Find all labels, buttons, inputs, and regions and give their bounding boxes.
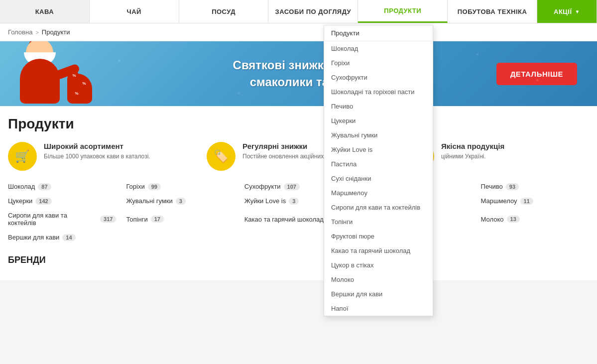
dropdown-header: Продукти (324, 25, 433, 41)
category-name: Топінги (126, 216, 147, 223)
category-name: Сухофрукти (244, 183, 281, 190)
category-count: 11 (520, 198, 533, 205)
assortment-title: Широкий асортимент (44, 142, 150, 150)
dropdown-item[interactable]: Шоколад (324, 41, 433, 56)
category-grid: Шоколад87Горіхи99Сухофрукти107ПастилаПеч… (8, 181, 589, 243)
category-name: Горіхи (126, 183, 144, 190)
nav-chay[interactable]: ЧАЙ (90, 0, 179, 23)
category-count: 317 (100, 216, 116, 223)
dropdown-item[interactable]: Печиво (324, 99, 433, 114)
category-item[interactable]: Сиропи для кави та коктейлів317 (8, 210, 116, 229)
bag-badge-3: % (72, 89, 81, 98)
category-count: 13 (507, 216, 520, 223)
feature-assortment: 🛒 Широкий асортимент Більше 1000 упаково… (8, 142, 192, 171)
category-name: Шоколад (8, 183, 35, 190)
category-name: Жуйки Love is (244, 197, 286, 205)
category-name: Какао та гарячий шоколад (244, 216, 324, 223)
santa-bag: % % % (67, 74, 92, 104)
dropdown-item[interactable]: Сухі сніданки (324, 171, 433, 186)
dropdown-item[interactable]: Горіхи (324, 56, 433, 70)
page-title: Продукти (8, 116, 589, 132)
category-name: Сиропи для кави та коктейлів (8, 212, 97, 227)
akcii-chevron-icon: ▼ (575, 9, 580, 14)
breadcrumb-current: Продукти (42, 28, 70, 36)
category-item[interactable]: Топінги17 (126, 210, 234, 229)
category-name: Печиво (481, 183, 503, 190)
brands-title: БРЕНДИ (8, 255, 589, 265)
dropdown-items-container: ШоколадГоріхиСухофруктиШоколадні та горі… (324, 41, 433, 280)
dropdown-item[interactable]: Цукерки (324, 114, 433, 128)
dropdown-item[interactable]: Пастила (324, 157, 433, 171)
nav-zasoby[interactable]: ЗАСОБИ ПО ДОГЛЯДУ (268, 0, 358, 23)
dropdown-item[interactable]: Топінги (324, 215, 433, 229)
quality-text: Якісна продукція ційними Україні. (441, 142, 504, 161)
category-name: Цукерки (8, 197, 32, 205)
category-count: 93 (506, 183, 519, 190)
category-count: 107 (284, 183, 300, 190)
dropdown-item[interactable]: Сухофрукти (324, 70, 433, 85)
category-item[interactable]: Печиво93 (481, 181, 589, 192)
dropdown-item[interactable]: Какао та гарячий шоколад (324, 243, 433, 258)
category-name: Вершки для кави (8, 234, 59, 241)
nav-pobytova[interactable]: ПОБУТОВА ТЕХНІКА (448, 0, 537, 23)
category-name: Маршмелоу (481, 197, 517, 205)
category-item[interactable]: Маршмелоу11 (481, 195, 589, 207)
dropdown-item[interactable]: Сиропи для кави та коктейлів (324, 200, 433, 215)
category-item[interactable]: Цукерки142 (8, 195, 116, 207)
main-content: Продукти 🛒 Широкий асортимент Більше 100… (0, 106, 597, 280)
category-count: 3 (289, 198, 299, 205)
dropdown-item[interactable]: Маршмелоу (324, 186, 433, 200)
produkty-dropdown: Продукти ШоколадГоріхиСухофруктиШоколадн… (324, 25, 433, 280)
assortment-description: Більше 1000 упаковок кави в каталозі. (44, 152, 150, 161)
top-navigation: КАВА ЧАЙ ПОСУД ЗАСОБИ ПО ДОГЛЯДУ ПРОДУКТ… (0, 0, 597, 23)
category-item[interactable]: Молоко13 (481, 210, 589, 229)
category-item[interactable]: Горіхи99 (126, 181, 234, 192)
quality-description: ційними Україні. (441, 152, 504, 161)
discounts-icon: 🏷️ (207, 142, 236, 171)
promo-banner: % % % Святкові знижки до -4 смаколики та… (0, 41, 597, 106)
nav-posud[interactable]: ПОСУД (179, 0, 269, 23)
bag-badge-1: % (70, 71, 79, 80)
breadcrumb-home[interactable]: Головна (8, 28, 32, 36)
nav-kava[interactable]: КАВА (0, 0, 90, 23)
nav-produkty[interactable]: ПРОДУКТИ (358, 0, 448, 23)
category-name: Молоко (481, 216, 504, 223)
category-count: 142 (35, 198, 51, 205)
assortment-icon: 🛒 (8, 142, 37, 171)
category-item[interactable]: Вершки для кави14 (8, 232, 116, 243)
assortment-text: Широкий асортимент Більше 1000 упаковок … (44, 142, 150, 161)
nav-akcii[interactable]: АКЦІЇ ▼ (537, 0, 597, 23)
category-count: 99 (148, 183, 161, 190)
category-item[interactable]: Жувальні гумки3 (126, 195, 234, 207)
bag-badge-2: % (80, 79, 89, 88)
santa-body (20, 59, 60, 104)
category-item[interactable]: Шоколад87 (8, 181, 116, 192)
quality-title: Якісна продукція (441, 142, 504, 150)
features-section: 🛒 Широкий асортимент Більше 1000 упаково… (8, 142, 589, 171)
dropdown-item[interactable]: Фруктові пюре (324, 229, 433, 243)
breadcrumb-separator: > (35, 29, 38, 35)
santa-illustration: % % % (10, 44, 100, 104)
dropdown-item[interactable]: Жуйки Love is (324, 142, 433, 157)
dropdown-item[interactable]: Цукор в стіках (324, 258, 433, 272)
category-count: 87 (38, 183, 51, 190)
category-count: 3 (176, 198, 186, 205)
dropdown-item[interactable]: Шоколадні та горіхові пасти (324, 85, 433, 99)
category-name: Жувальні гумки (126, 197, 172, 205)
breadcrumb: Головна > Продукти (0, 23, 597, 41)
dropdown-item[interactable]: Жувальні гумки (324, 128, 433, 142)
dropdown-item[interactable]: Молоко (324, 272, 433, 280)
category-count: 14 (62, 234, 75, 241)
category-count: 17 (151, 216, 164, 223)
